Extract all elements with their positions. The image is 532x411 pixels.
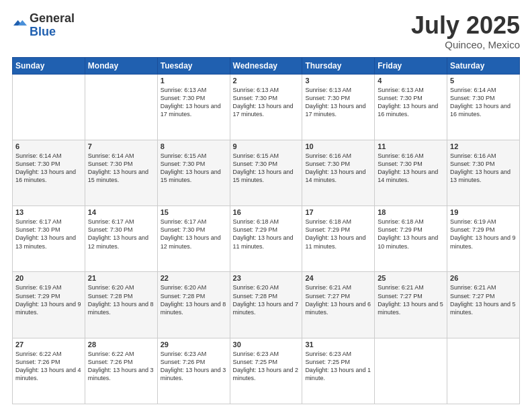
day-info: Sunrise: 6:13 AM Sunset: 7:30 PM Dayligh…	[378, 86, 444, 119]
calendar-day-header: Monday	[85, 57, 157, 74]
day-number: 3	[305, 77, 371, 85]
day-number: 13	[15, 208, 82, 216]
calendar-cell: 31Sunrise: 6:23 AM Sunset: 7:25 PM Dayli…	[302, 338, 375, 404]
logo-blue-text: Blue	[30, 26, 75, 39]
day-number: 23	[233, 274, 300, 282]
calendar-cell: 2Sunrise: 6:13 AM Sunset: 7:30 PM Daylig…	[230, 74, 302, 140]
logo-icon	[13, 16, 27, 30]
day-number: 20	[15, 274, 82, 282]
day-number: 30	[233, 340, 300, 349]
calendar-cell: 16Sunrise: 6:18 AM Sunset: 7:29 PM Dayli…	[230, 206, 302, 272]
calendar-week-row: 27Sunrise: 6:22 AM Sunset: 7:26 PM Dayli…	[13, 338, 520, 404]
day-info: Sunrise: 6:19 AM Sunset: 7:29 PM Dayligh…	[15, 283, 82, 316]
day-info: Sunrise: 6:20 AM Sunset: 7:28 PM Dayligh…	[161, 283, 227, 316]
calendar-cell: 9Sunrise: 6:15 AM Sunset: 7:30 PM Daylig…	[230, 140, 302, 205]
day-info: Sunrise: 6:13 AM Sunset: 7:30 PM Dayligh…	[161, 86, 227, 119]
calendar-cell: 10Sunrise: 6:16 AM Sunset: 7:30 PM Dayli…	[302, 140, 375, 205]
calendar-title: July 2025	[411, 12, 520, 39]
day-number: 6	[15, 142, 82, 150]
calendar-cell: 7Sunrise: 6:14 AM Sunset: 7:30 PM Daylig…	[85, 140, 157, 205]
day-number: 31	[305, 340, 371, 349]
logo-general-text: General	[30, 12, 75, 26]
calendar-cell: 8Sunrise: 6:15 AM Sunset: 7:30 PM Daylig…	[157, 140, 230, 205]
calendar-day-header: Wednesday	[230, 57, 302, 74]
day-info: Sunrise: 6:23 AM Sunset: 7:25 PM Dayligh…	[305, 350, 371, 383]
day-number: 7	[88, 142, 154, 150]
day-info: Sunrise: 6:14 AM Sunset: 7:30 PM Dayligh…	[88, 152, 154, 185]
day-info: Sunrise: 6:17 AM Sunset: 7:30 PM Dayligh…	[88, 218, 154, 250]
day-number: 12	[450, 142, 517, 150]
day-number: 15	[161, 208, 227, 216]
calendar-header-row: SundayMondayTuesdayWednesdayThursdayFrid…	[13, 57, 520, 74]
day-info: Sunrise: 6:15 AM Sunset: 7:30 PM Dayligh…	[161, 152, 227, 185]
day-number: 21	[88, 274, 154, 282]
calendar-day-header: Thursday	[302, 57, 375, 74]
logo-text: General Blue	[30, 12, 75, 39]
day-number: 1	[161, 77, 227, 85]
calendar-cell: 5Sunrise: 6:14 AM Sunset: 7:30 PM Daylig…	[447, 74, 520, 140]
calendar-cell: 25Sunrise: 6:21 AM Sunset: 7:27 PM Dayli…	[375, 272, 447, 338]
calendar-cell: 4Sunrise: 6:13 AM Sunset: 7:30 PM Daylig…	[375, 74, 447, 140]
calendar-cell: 14Sunrise: 6:17 AM Sunset: 7:30 PM Dayli…	[85, 206, 157, 272]
day-number: 26	[450, 274, 517, 282]
day-number: 24	[305, 274, 371, 282]
calendar-day-header: Friday	[375, 57, 447, 74]
calendar-cell: 26Sunrise: 6:21 AM Sunset: 7:27 PM Dayli…	[447, 272, 520, 338]
day-number: 4	[378, 77, 444, 85]
day-number: 10	[305, 142, 371, 150]
day-number: 19	[450, 208, 517, 216]
calendar-cell: 1Sunrise: 6:13 AM Sunset: 7:30 PM Daylig…	[157, 74, 230, 140]
day-info: Sunrise: 6:23 AM Sunset: 7:25 PM Dayligh…	[233, 350, 300, 383]
calendar-day-header: Saturday	[447, 57, 520, 74]
day-info: Sunrise: 6:17 AM Sunset: 7:30 PM Dayligh…	[15, 218, 82, 250]
day-number: 27	[15, 340, 82, 349]
day-number: 22	[161, 274, 227, 282]
calendar-cell: 13Sunrise: 6:17 AM Sunset: 7:30 PM Dayli…	[13, 206, 85, 272]
day-info: Sunrise: 6:18 AM Sunset: 7:29 PM Dayligh…	[233, 218, 300, 250]
title-block: July 2025 Quinceo, Mexico	[411, 12, 520, 50]
calendar-week-row: 20Sunrise: 6:19 AM Sunset: 7:29 PM Dayli…	[13, 272, 520, 338]
day-number: 17	[305, 208, 371, 216]
calendar-week-row: 6Sunrise: 6:14 AM Sunset: 7:30 PM Daylig…	[13, 140, 520, 205]
calendar-cell: 3Sunrise: 6:13 AM Sunset: 7:30 PM Daylig…	[302, 74, 375, 140]
day-info: Sunrise: 6:17 AM Sunset: 7:30 PM Dayligh…	[161, 218, 227, 250]
day-info: Sunrise: 6:14 AM Sunset: 7:30 PM Dayligh…	[450, 86, 517, 119]
day-info: Sunrise: 6:22 AM Sunset: 7:26 PM Dayligh…	[15, 350, 82, 383]
day-info: Sunrise: 6:21 AM Sunset: 7:27 PM Dayligh…	[450, 283, 517, 316]
day-number: 18	[378, 208, 444, 216]
day-info: Sunrise: 6:15 AM Sunset: 7:30 PM Dayligh…	[233, 152, 300, 185]
calendar-week-row: 1Sunrise: 6:13 AM Sunset: 7:30 PM Daylig…	[13, 74, 520, 140]
day-info: Sunrise: 6:22 AM Sunset: 7:26 PM Dayligh…	[88, 350, 154, 383]
day-number: 9	[233, 142, 300, 150]
day-info: Sunrise: 6:20 AM Sunset: 7:28 PM Dayligh…	[233, 283, 300, 316]
calendar-week-row: 13Sunrise: 6:17 AM Sunset: 7:30 PM Dayli…	[13, 206, 520, 272]
calendar-table: SundayMondayTuesdayWednesdayThursdayFrid…	[12, 57, 520, 404]
logo: General Blue	[12, 12, 75, 39]
calendar-cell: 11Sunrise: 6:16 AM Sunset: 7:30 PM Dayli…	[375, 140, 447, 205]
calendar-cell: 22Sunrise: 6:20 AM Sunset: 7:28 PM Dayli…	[157, 272, 230, 338]
calendar-cell: 30Sunrise: 6:23 AM Sunset: 7:25 PM Dayli…	[230, 338, 302, 404]
day-info: Sunrise: 6:18 AM Sunset: 7:29 PM Dayligh…	[378, 218, 444, 250]
day-info: Sunrise: 6:13 AM Sunset: 7:30 PM Dayligh…	[305, 86, 371, 119]
day-number: 2	[233, 77, 300, 85]
day-info: Sunrise: 6:14 AM Sunset: 7:30 PM Dayligh…	[15, 152, 82, 185]
calendar-cell: 21Sunrise: 6:20 AM Sunset: 7:28 PM Dayli…	[85, 272, 157, 338]
day-number: 5	[450, 77, 517, 85]
day-number: 11	[378, 142, 444, 150]
calendar-cell: 24Sunrise: 6:21 AM Sunset: 7:27 PM Dayli…	[302, 272, 375, 338]
calendar-cell: 15Sunrise: 6:17 AM Sunset: 7:30 PM Dayli…	[157, 206, 230, 272]
header: General Blue July 2025 Quinceo, Mexico	[12, 12, 520, 50]
day-number: 28	[88, 340, 154, 349]
calendar-cell: 18Sunrise: 6:18 AM Sunset: 7:29 PM Dayli…	[375, 206, 447, 272]
calendar-cell: 12Sunrise: 6:16 AM Sunset: 7:30 PM Dayli…	[447, 140, 520, 205]
calendar-day-header: Sunday	[13, 57, 85, 74]
calendar-location: Quinceo, Mexico	[411, 39, 520, 50]
calendar-cell: 28Sunrise: 6:22 AM Sunset: 7:26 PM Dayli…	[85, 338, 157, 404]
calendar-cell	[85, 74, 157, 140]
day-info: Sunrise: 6:16 AM Sunset: 7:30 PM Dayligh…	[450, 152, 517, 185]
day-info: Sunrise: 6:13 AM Sunset: 7:30 PM Dayligh…	[233, 86, 300, 119]
day-info: Sunrise: 6:21 AM Sunset: 7:27 PM Dayligh…	[305, 283, 371, 316]
day-number: 16	[233, 208, 300, 216]
day-info: Sunrise: 6:16 AM Sunset: 7:30 PM Dayligh…	[378, 152, 444, 185]
day-info: Sunrise: 6:20 AM Sunset: 7:28 PM Dayligh…	[88, 283, 154, 316]
